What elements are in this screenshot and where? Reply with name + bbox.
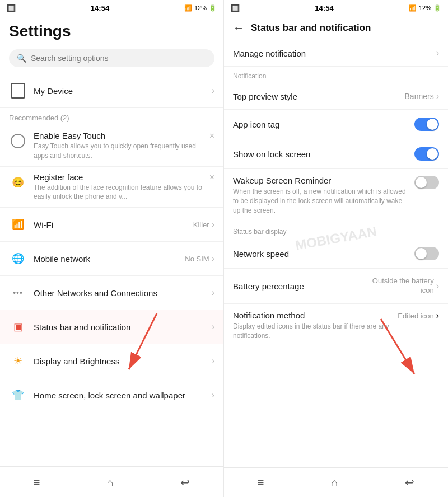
show-lock-screen-toggle[interactable]	[414, 147, 439, 161]
notification-method-value: Edited icon	[398, 312, 433, 320]
recommended-item-easytouch[interactable]: Enable Easy Touch Easy Touch allows you …	[0, 125, 223, 167]
face-desc: The addition of the face recognition fea…	[34, 183, 205, 202]
other-networks-chevron: ›	[212, 288, 214, 298]
notification-method-desc: Display edited icons in the status bar i…	[233, 322, 393, 341]
display-icon: ☀	[9, 352, 27, 370]
manage-notification-label: Manage notification	[233, 49, 436, 58]
search-bar[interactable]: 🔍	[9, 49, 214, 67]
wakeup-content: Wakeup Screen Reminder When the screen i…	[233, 176, 409, 215]
display-brightness-item[interactable]: ☀ Display and Brightness ›	[0, 344, 223, 378]
network-speed-label: Network speed	[233, 249, 414, 259]
status-bar-notification-icon: ▣	[9, 318, 27, 336]
nav-home-right[interactable]: ⌂	[320, 473, 349, 493]
status-bar-display-section: Status bar display	[224, 222, 448, 239]
search-icon: 🔍	[17, 54, 26, 63]
easytouch-icon	[9, 132, 27, 150]
battery-percentage-row[interactable]: Battery percentage Outside the battery i…	[224, 269, 448, 304]
app-icon-tag-row[interactable]: App icon tag	[224, 110, 448, 139]
right-title: Status bar and notification	[251, 22, 371, 34]
app-icon-tag-toggle[interactable]	[414, 118, 439, 131]
home-screen-item[interactable]: 👕 Home screen, lock screen and wallpaper…	[0, 378, 223, 412]
battery-percentage-value: Outside the battery icon	[361, 276, 434, 296]
manage-notification-chevron: ›	[436, 48, 439, 58]
my-device-label: My Device	[34, 86, 212, 96]
network-speed-toggle[interactable]	[414, 247, 439, 260]
home-screen-chevron: ›	[212, 390, 214, 400]
nav-home-left[interactable]: ⌂	[96, 473, 125, 493]
face-close-icon[interactable]: ×	[209, 172, 214, 182]
easytouch-close-icon[interactable]: ×	[209, 131, 214, 141]
status-bar-right: 🔲 14:54 📶 12% 🔋	[224, 0, 448, 16]
notification-method-label: Notification method	[233, 311, 393, 320]
time-right: 14:54	[315, 4, 333, 12]
wifi-value: Killer	[193, 221, 209, 229]
network-speed-knob	[416, 248, 427, 259]
device-icon	[9, 82, 27, 100]
face-content: Register face The addition of the face r…	[34, 172, 205, 202]
network-speed-row[interactable]: Network speed	[224, 239, 448, 269]
wifi-menu-item[interactable]: 📶 Wi-Fi Killer ›	[0, 208, 223, 242]
my-device-item[interactable]: My Device ›	[0, 74, 223, 108]
display-label: Display and Brightness	[34, 357, 212, 366]
right-header: ← Status bar and notification	[224, 16, 448, 40]
mobile-icon: 🌐	[9, 250, 27, 268]
wakeup-knob	[416, 177, 427, 188]
wakeup-label: Wakeup Screen Reminder	[233, 176, 409, 185]
nav-bar-right: ≡ ⌂ ↩	[224, 467, 448, 497]
top-preview-chevron: ›	[436, 91, 439, 101]
notification-method-content: Notification method Display edited icons…	[233, 311, 393, 341]
nav-menu-right[interactable]: ≡	[246, 473, 276, 493]
recommended-item-face[interactable]: 😊 Register face The addition of the face…	[0, 167, 223, 208]
notification-method-row[interactable]: Notification method Display edited icons…	[224, 304, 448, 348]
show-lock-screen-knob	[427, 148, 438, 160]
wifi-icon-right: 📶	[409, 4, 417, 12]
notification-method-chevron: ›	[436, 311, 439, 321]
top-preview-row[interactable]: Top preview style Banners ›	[224, 83, 448, 110]
notification-section: Notification	[224, 67, 448, 83]
battery-percentage-label: Battery percentage	[233, 282, 361, 291]
wakeup-toggle-wrapper	[414, 176, 439, 190]
battery-icon-left: 🔋	[209, 4, 217, 12]
mobile-value: No SIM	[185, 255, 209, 263]
recommended-section-label: Recommended (2)	[0, 108, 223, 125]
face-title: Register face	[34, 172, 205, 182]
status-icon-left: 🔲	[7, 4, 16, 12]
face-icon: 😊	[9, 174, 27, 191]
battery-percentage-chevron: ›	[436, 281, 439, 291]
top-preview-label: Top preview style	[233, 92, 405, 101]
other-networks-item[interactable]: ••• Other Networks and Connections ›	[0, 276, 223, 310]
back-button[interactable]: ←	[233, 21, 244, 34]
home-screen-icon: 👕	[9, 386, 27, 404]
wakeup-desc: When the screen is off, a new notificati…	[233, 187, 409, 215]
status-bar-notification-item[interactable]: ▣ Status bar and notification ›	[0, 310, 223, 344]
chevron-icon: ›	[212, 86, 214, 96]
nav-back-right[interactable]: ↩	[394, 472, 426, 493]
search-input[interactable]	[31, 54, 207, 63]
easytouch-content: Enable Easy Touch Easy Touch allows you …	[34, 131, 205, 161]
manage-notification-row[interactable]: Manage notification ›	[224, 40, 448, 67]
wakeup-toggle[interactable]	[414, 176, 439, 189]
page-title: Settings	[9, 22, 214, 40]
other-networks-label: Other Networks and Connections	[34, 288, 212, 298]
time-left: 14:54	[91, 4, 109, 12]
nav-back-left[interactable]: ↩	[169, 472, 201, 493]
status-bar-left: 🔲 14:54 📶 12% 🔋	[0, 0, 223, 16]
easytouch-title: Enable Easy Touch	[34, 131, 205, 140]
easytouch-desc: Easy Touch allows you to quickly open fr…	[34, 142, 205, 161]
status-icons-left: 📶 12% 🔋	[184, 4, 217, 12]
status-icon-right: 🔲	[231, 4, 240, 12]
wakeup-screen-row[interactable]: Wakeup Screen Reminder When the screen i…	[224, 169, 448, 222]
top-preview-value: Banners	[405, 92, 434, 101]
mobile-network-item[interactable]: 🌐 Mobile network No SIM ›	[0, 242, 223, 276]
status-icons-right: 📶 12% 🔋	[409, 4, 441, 12]
show-lock-screen-row[interactable]: Show on lock screen	[224, 139, 448, 169]
show-lock-screen-label: Show on lock screen	[233, 149, 414, 159]
battery-right: 12%	[419, 4, 431, 11]
wifi-label: Wi-Fi	[34, 220, 193, 229]
app-icon-tag-knob	[427, 119, 438, 130]
nav-menu-left[interactable]: ≡	[22, 473, 52, 493]
wifi-menu-icon: 📶	[9, 215, 27, 233]
status-bar-notification-chevron: ›	[212, 322, 214, 332]
wifi-icon: 📶	[184, 4, 192, 12]
battery-icon-right: 🔋	[433, 4, 441, 12]
